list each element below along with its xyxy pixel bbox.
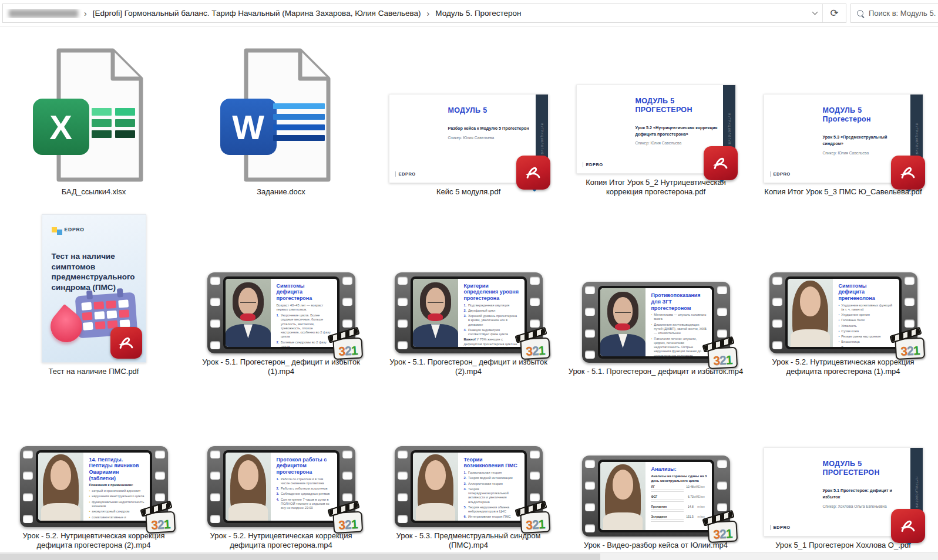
speaker-photo [600,288,646,356]
address-bar[interactable]: › [Edprofi] Гормональный баланс. Тариф Н… [2,4,846,23]
file-tile[interactable]: X [42,47,146,183]
pdf-file-icon [704,146,738,180]
video-screen: Противопоказания для ЗГТ прогестероном•М… [598,286,714,359]
list-text: Дискинезия желчевыводящих путей (ДЖВП), … [654,323,707,336]
hormone-name: ФСГ [651,495,684,502]
file-tile[interactable]: Симптомы дефицита прогестеронаВозраст 40… [207,272,355,353]
text-line [273,124,325,130]
slide-subtitle: Урок 5.2 «Нутрицевтическая коррекция деф… [636,125,718,138]
list-marker: • [89,510,90,514]
video-frame: Анализы:Анализы на гормоны сданы на 3 де… [600,462,712,530]
sprocket-hole [342,276,352,285]
video-frame: Противопоказания для ЗГТ прогестероном•М… [600,288,712,356]
list-marker: 2. [276,487,279,491]
file-tile[interactable]: Противопоказания для ЗГТ прогестероном•М… [582,282,730,363]
file-tile[interactable]: Протокол работы с дефицитом прогестерона… [207,446,355,527]
file-name-label: Задание.docx [257,187,305,197]
list-text: Бессонница [841,340,859,344]
pdf-file-icon [891,156,925,190]
list-item: 4.Сон не менее 7 часов в сутки в ПОЛНОЙ … [276,498,332,511]
list-item: 6.Интегративная теория ПМС [463,515,519,519]
breadcrumb-separator: › [427,9,430,18]
file-tile[interactable]: Критерии определения уровня прогестерона… [395,272,543,353]
breadcrumb-course[interactable]: [Edprofi] Гормональный баланс. Тариф Нач… [93,9,421,18]
video-slide-content: Симптомы дефицита прегненолона•Ухудшение… [833,279,899,347]
mpc-321-digits: 321 [525,344,544,359]
sprocket-hole [398,493,408,501]
file-tile[interactable]: EDPROТест на наличие симптомов предменст… [42,214,146,363]
file-tile[interactable]: Анализы:Анализы на гормоны сданы на 3 де… [582,456,730,537]
file-tile[interactable]: НУТРИЦИОЛОГИЯМОДУЛЬ 5 ПрогестеронУрок 5.… [764,94,923,183]
list-item: 1.Гормональная теория [463,471,519,475]
acrobat-glyph [711,153,731,173]
refresh-button[interactable]: ⟳ [822,4,846,22]
list-item: •Сухая кожа [838,329,894,333]
file-tile[interactable]: НУТРИЦИОЛОГИЯМОДУЛЬ 5 ПРОГЕСТЕРОНУрок 5.… [764,447,923,537]
video-slide-list: •Ухудшение когнитивных функций (в т. ч. … [838,303,894,347]
list-text: Сухая кожа [841,329,859,333]
list-item: •соматовегетативные и психоэмоциональные… [89,515,144,521]
breadcrumb-root-redacted[interactable] [9,9,78,18]
video-filmstrip-thumbnail: Анализы:Анализы на гормоны сданы на 3 де… [582,456,730,537]
sheet-bar [92,108,112,116]
list-text: Реакция эндометрия соответствует фазе ци… [468,328,519,337]
list-text: Работа с избытком эстрогенов [281,487,327,491]
address-dropdown-button[interactable] [807,4,822,22]
mpc-321-digits: 321 [338,344,357,359]
sprocket-hole [530,298,540,306]
media-player-icon: 321 [516,505,550,534]
list-item: •Бессонница [838,340,894,344]
file-tile[interactable]: Симптомы дефицита прегненолона•Ухудшение… [769,272,917,353]
hormone-value: 14.8 [684,505,693,508]
list-text: Укорочение цикла. Более скудные месячные… [281,313,332,339]
list-item: •острый и хронический аднексит [89,489,144,493]
calendar-cell [94,312,105,320]
list-marker: • [838,346,839,347]
acrobat-glyph [116,333,136,353]
file-name-label: Кейс 5 модуля.pdf [436,187,500,197]
sheet-bar [115,130,135,138]
file-tile[interactable]: НУТРИЦИОЛОГИЯМОДУЛЬ 5Разбор кейса к Моду… [389,94,549,183]
list-item: 2.Двухфазный цикл [463,309,519,313]
breadcrumb-module[interactable]: Модуль 5. Прогестерон [435,9,521,18]
file-tile[interactable]: НУТРИЦИОЛОГИЯМОДУЛЬ 5 ПРОГЕСТЕРОНУрок 5.… [576,85,736,174]
list-item: •Усталость [838,324,894,328]
sprocket-hole [585,286,595,294]
list-marker: 3. [463,314,466,327]
file-name-label: Урок - 5.1. Прогестерон_ дефицит и избыт… [193,357,370,377]
pdf-file-icon [891,509,925,543]
list-text: Усталость [841,324,856,328]
search-input[interactable] [869,9,938,18]
search-box[interactable] [850,4,938,23]
file-name-label: Тест на наличие ПМС.pdf [49,367,139,377]
table-row: ФСГ6.73мМЕ/мл [651,495,704,502]
file-tile[interactable]: 14. Пептиды. Пептиды яичников Овариамин … [20,446,168,527]
video-slide-intro: Показания к применению: [89,483,144,488]
list-item: •Менингиома — опухоль головного мозга [651,313,707,322]
calendar-cell [81,302,92,311]
slide-speaker: Спикер: Юлия Савельева [448,136,530,140]
file-tile[interactable]: Теории возникновения ПМС1.Гормональная т… [395,446,543,527]
sprocket-hole [210,471,220,480]
horizontal-scrollbar[interactable] [0,552,938,560]
video-slide-list: 1.Укорочение цикла. Более скудные месячн… [276,313,332,347]
sprocket-hole [905,276,915,285]
list-marker: 2. [463,476,466,480]
filmstrip-holes-left [585,460,595,532]
edpro-logo-text: EDPRO [65,227,85,232]
list-marker: 1. [463,471,466,475]
list-text: нарушения менструального цикла [92,494,144,498]
scrollbar-thumb[interactable] [0,554,600,560]
mpc-321-digits: 321 [712,353,732,368]
video-slide-content: Противопоказания для ЗГТ прогестероном•М… [645,288,711,356]
slide-speaker: Спикер: Юлия Савельева [636,141,718,145]
speaker-body [600,334,645,356]
list-item: 4.Теория гиперадренокортикальной активно… [463,487,519,504]
file-tile[interactable]: W [230,47,333,183]
sprocket-hole [210,319,220,328]
list-marker: • [651,323,652,336]
slide-band-text: НУТРИЦИОЛОГИЯ [540,123,543,154]
slide-subtitle: Урок 5.1 Прогестерон: дефицит и избыток [823,488,905,501]
slide-title: МОДУЛЬ 5 ПРОГЕСТЕРОН [636,97,718,114]
video-slide-content: Анализы:Анализы на гормоны сданы на 3 де… [645,462,711,530]
